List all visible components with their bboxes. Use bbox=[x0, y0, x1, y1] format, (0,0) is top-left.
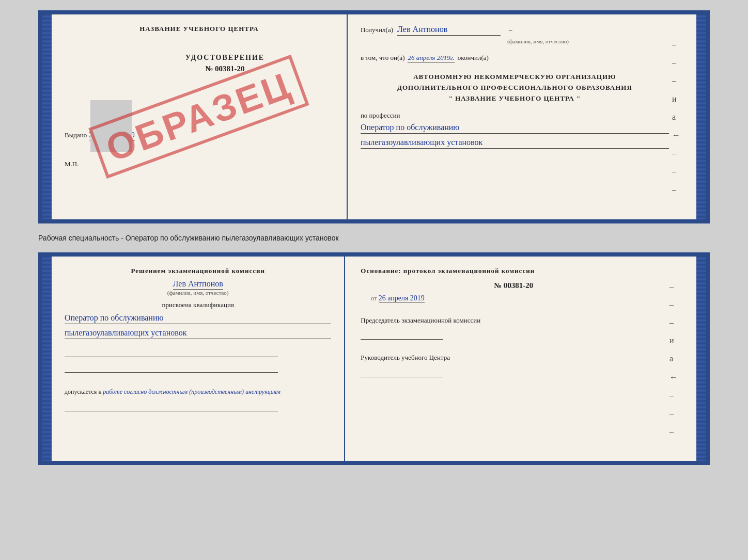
org-block: АВТОНОМНУЮ НЕКОММЕРЧЕСКУЮ ОРГАНИЗАЦИЮ ДО… bbox=[361, 72, 669, 104]
org-line2: ДОПОЛНИТЕЛЬНОГО ПРОФЕССИОНАЛЬНОГО ОБРАЗО… bbox=[361, 83, 669, 93]
dopuskaetsya-label: допускается к bbox=[65, 388, 101, 395]
blank-line-1 bbox=[65, 347, 278, 357]
bottom-qualification-block: Оператор по обслуживанию пылегазоулавлив… bbox=[65, 313, 331, 339]
udostoverenie-number: № 00381-20 bbox=[116, 65, 334, 73]
school-name-top: НАЗВАНИЕ УЧЕБНОГО ЦЕНТРА bbox=[65, 25, 334, 33]
profession-line1-top: Оператор по обслуживанию bbox=[361, 123, 669, 134]
top-right-page: Получил(а) Лев Антпонов – (фамилия, имя,… bbox=[348, 14, 696, 219]
protocol-number: № 00381-20 bbox=[361, 281, 666, 290]
side-dashes-bottom: – – – и а ← – – – bbox=[666, 267, 681, 451]
profession-line2-top: пылегазоулавливающих установок bbox=[361, 138, 669, 149]
bottom-fio-sub: (фамилия, имя, отчество) bbox=[65, 290, 331, 296]
bottom-recipient-block: Лев Антпонов (фамилия, имя, отчество) bbox=[65, 279, 331, 296]
book-spine-left bbox=[42, 14, 52, 219]
qualification-line2: пылегазоулавливающих установок bbox=[65, 328, 331, 339]
predsedatel-label: Председатель экзаменационной комиссии bbox=[361, 315, 666, 326]
org-line1: АВТОНОМНУЮ НЕКОММЕРЧЕСКУЮ ОРГАНИЗАЦИЮ bbox=[361, 72, 669, 83]
dopuskaetsya-value: работе согласно должностным (производств… bbox=[103, 388, 280, 395]
prisvoena-text: присвоена квалификация bbox=[65, 301, 331, 309]
bottom-recipient-name: Лев Антпонов bbox=[173, 279, 223, 290]
vydano-label: Выдано bbox=[65, 131, 87, 139]
top-certificate: НАЗВАНИЕ УЧЕБНОГО ЦЕНТРА УДОСТОВЕРЕНИЕ №… bbox=[38, 10, 710, 223]
udostoverenie-block: УДОСТОВЕРЕНИЕ № 00381-20 bbox=[116, 54, 334, 73]
rukovoditel-label: Руководитель учебного Центра bbox=[361, 353, 666, 363]
ot-date: 26 апреля 2019 bbox=[379, 294, 425, 302]
osnovaniye-label: Основание: протокол экзаменационной коми… bbox=[361, 267, 535, 275]
poluchil-line: Получил(а) Лев Антпонов – bbox=[361, 25, 669, 36]
top-right-content: Получил(а) Лев Антпонов – (фамилия, имя,… bbox=[361, 25, 669, 209]
side-dashes-top: – – – и а ← – – – bbox=[669, 25, 683, 209]
predsedatel-signature bbox=[361, 329, 443, 340]
separator-text: Рабочая специальность - Оператор по обсл… bbox=[38, 230, 710, 246]
vtom-label: в том, что он(а) bbox=[361, 54, 405, 62]
bottom-right-page: Основание: протокол экзаменационной коми… bbox=[345, 257, 696, 461]
qualification-line1: Оператор по обслуживанию bbox=[65, 313, 331, 324]
rukovoditel-signature bbox=[361, 367, 443, 377]
book-spine-right-top bbox=[696, 14, 706, 219]
predsedatel-block: Председатель экзаменационной комиссии bbox=[361, 315, 666, 340]
recipient-name-top: Лев Антпонов bbox=[397, 25, 501, 36]
vtom-line: в том, что он(а) 26 апреля 2019г. окончи… bbox=[361, 54, 669, 62]
osnovaniye-block: Основание: протокол экзаменационной коми… bbox=[361, 267, 666, 275]
rukovoditel-block: Руководитель учебного Центра bbox=[361, 353, 666, 377]
udostoverenie-title: УДОСТОВЕРЕНИЕ bbox=[116, 54, 334, 62]
document-container: НАЗВАНИЕ УЧЕБНОГО ЦЕНТРА УДОСТОВЕРЕНИЕ №… bbox=[38, 10, 710, 465]
poluchil-label: Получил(а) bbox=[361, 26, 393, 34]
ot-label: от bbox=[371, 295, 377, 302]
photo-placeholder bbox=[90, 100, 132, 152]
blank-line-3 bbox=[65, 401, 278, 411]
resheniyem-label: Решением экзаменационной комиссии bbox=[65, 267, 331, 275]
top-left-page: НАЗВАНИЕ УЧЕБНОГО ЦЕНТРА УДОСТОВЕРЕНИЕ №… bbox=[52, 14, 348, 219]
book-spine-right-bottom bbox=[696, 257, 706, 461]
po-professii: по профессии Оператор по обслуживанию пы… bbox=[361, 111, 669, 149]
okonchil-label: окончил(а) bbox=[458, 54, 489, 62]
blank-line-2 bbox=[65, 362, 278, 373]
bottom-left-page: Решением экзаменационной комиссии Лев Ан… bbox=[52, 257, 345, 461]
fio-sub-top: (фамилия, имя, отчество) bbox=[407, 38, 669, 44]
vtom-date: 26 апреля 2019г. bbox=[408, 54, 454, 62]
ot-line: от 26 апреля 2019 bbox=[361, 294, 666, 302]
book-spine-left-bottom bbox=[42, 257, 52, 461]
bottom-certificate: Решением экзаменационной комиссии Лев Ан… bbox=[38, 252, 710, 466]
bottom-right-content: Основание: протокол экзаменационной коми… bbox=[361, 267, 666, 451]
org-line3: " НАЗВАНИЕ УЧЕБНОГО ЦЕНТРА " bbox=[361, 93, 669, 104]
mp-label: М.П. bbox=[65, 160, 334, 168]
dopuskaetsya-block: допускается к работе согласно должностны… bbox=[65, 388, 331, 396]
resheniyem-block: Решением экзаменационной комиссии bbox=[65, 267, 331, 275]
po-professii-label: по профессии bbox=[361, 111, 400, 119]
